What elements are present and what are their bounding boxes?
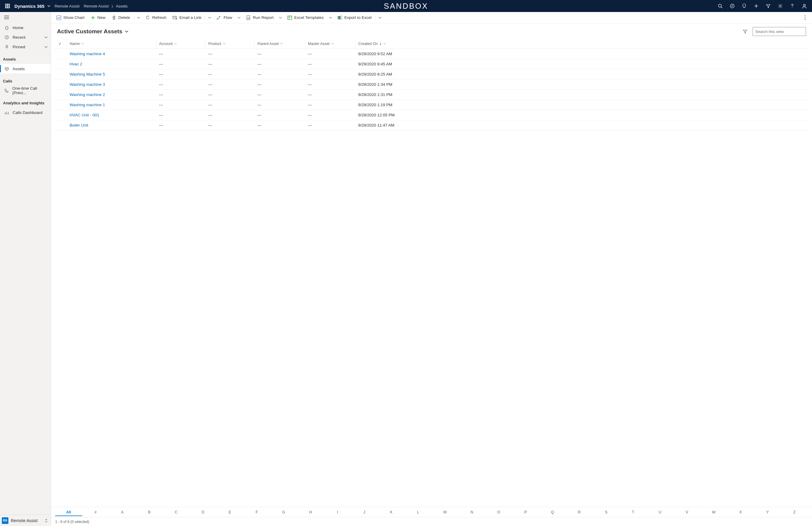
cell-name[interactable]: Washing Machine 5 xyxy=(67,69,156,79)
alpha-filter-g[interactable]: G xyxy=(270,510,297,514)
column-header-product[interactable]: Product xyxy=(205,39,255,48)
alpha-filter-n[interactable]: N xyxy=(458,510,485,514)
show-chart-button[interactable]: Show Chart xyxy=(53,12,88,24)
new-button[interactable]: New xyxy=(88,12,108,24)
alpha-filter-i[interactable]: I xyxy=(324,510,351,514)
alpha-filter-s[interactable]: S xyxy=(593,510,620,514)
filter-button[interactable] xyxy=(741,27,750,36)
app-area-name[interactable]: Remote Assist xyxy=(55,4,79,9)
row-selector[interactable] xyxy=(53,79,67,89)
alpha-filter-q[interactable]: Q xyxy=(539,510,566,514)
alpha-filter-h[interactable]: H xyxy=(297,510,324,514)
select-all-header[interactable]: ✓ xyxy=(53,39,67,48)
app-name-dropdown[interactable]: Dynamics 365 xyxy=(14,4,50,9)
excel-templates-button[interactable]: Excel Templates xyxy=(284,12,327,24)
export-excel-button[interactable]: Export to Excel xyxy=(334,12,375,24)
search-icon[interactable] xyxy=(714,0,726,12)
profile-icon[interactable] xyxy=(798,0,810,12)
breadcrumb-item[interactable]: Assets xyxy=(116,4,128,9)
table-row[interactable]: Boiler Unit------------9/28/2020 11:47 A… xyxy=(53,120,810,130)
table-row[interactable]: Washing machine 3------------9/28/2020 1… xyxy=(53,79,810,89)
table-row[interactable]: Washing machine 2------------9/28/2020 1… xyxy=(53,89,810,100)
alpha-filter-e[interactable]: E xyxy=(217,510,244,514)
row-selector[interactable] xyxy=(53,89,67,100)
alpha-filter-f[interactable]: F xyxy=(243,510,270,514)
alpha-filter-m[interactable]: M xyxy=(432,510,459,514)
alpha-filter-z[interactable]: Z xyxy=(781,510,808,514)
table-row[interactable]: HVAC Unit - 001------------9/28/2020 12:… xyxy=(53,110,810,120)
sidebar-area-switcher[interactable]: RA Remote Assist xyxy=(0,515,51,526)
run-report-button[interactable]: Run Report xyxy=(243,12,277,24)
refresh-button[interactable]: Refresh xyxy=(143,12,170,24)
row-selector[interactable] xyxy=(53,48,67,59)
column-header-name[interactable]: Name xyxy=(67,39,156,48)
table-row[interactable]: Washing Machine 5------------9/29/2020 8… xyxy=(53,69,810,79)
alpha-filter-j[interactable]: J xyxy=(351,510,378,514)
flow-button[interactable]: Flow xyxy=(214,12,235,24)
lightbulb-icon[interactable] xyxy=(738,0,750,12)
report-dropdown[interactable] xyxy=(277,12,284,24)
alpha-filter-d[interactable]: D xyxy=(190,510,217,514)
cell-name[interactable]: Boiler Unit xyxy=(67,120,156,130)
cell-name[interactable]: Washing machine 4 xyxy=(67,48,156,59)
cell-name[interactable]: Washing machine 1 xyxy=(67,100,156,110)
task-icon[interactable] xyxy=(726,0,738,12)
row-selector[interactable] xyxy=(53,110,67,120)
sidebar-item[interactable]: Calls Dashboard xyxy=(0,108,51,117)
help-icon[interactable] xyxy=(786,0,798,12)
table-row[interactable]: Washing machine 4------------9/29/2020 9… xyxy=(53,48,810,59)
breadcrumb-item[interactable]: Remote Assist xyxy=(84,4,108,9)
excel-templates-dropdown[interactable] xyxy=(327,12,334,24)
sidebar-toggle-button[interactable] xyxy=(0,12,51,23)
email-dropdown[interactable] xyxy=(206,12,214,24)
alpha-filter-o[interactable]: O xyxy=(485,510,512,514)
cell-name[interactable]: HVAC Unit - 001 xyxy=(67,110,156,120)
alpha-filter-l[interactable]: L xyxy=(405,510,432,514)
row-selector[interactable] xyxy=(53,59,67,69)
sidebar-item[interactable]: Assets xyxy=(0,64,51,73)
row-selector[interactable] xyxy=(53,69,67,79)
delete-dropdown[interactable] xyxy=(135,12,143,24)
column-header-created-on[interactable]: Created On xyxy=(355,39,810,48)
search-box[interactable] xyxy=(753,27,806,36)
alpha-filter-y[interactable]: Y xyxy=(754,510,781,514)
cell-name[interactable]: Washing machine 3 xyxy=(67,79,156,89)
alpha-filter-r[interactable]: R xyxy=(566,510,593,514)
alpha-filter-#[interactable]: # xyxy=(82,510,109,514)
alpha-filter-u[interactable]: U xyxy=(647,510,673,514)
delete-button[interactable]: Delete xyxy=(108,12,133,24)
column-header-account[interactable]: Account xyxy=(156,39,205,48)
filter-icon[interactable] xyxy=(762,0,774,12)
view-selector[interactable]: Active Customer Assets xyxy=(57,28,128,35)
sidebar-item[interactable]: One-time Call (Previ... xyxy=(0,86,51,96)
row-selector[interactable] xyxy=(53,120,67,130)
sidebar-item-pinned[interactable]: Pinned xyxy=(0,42,51,52)
table-row[interactable]: Hvac 2------------9/29/2020 9:45 AM xyxy=(53,59,810,69)
table-row[interactable]: Washing machine 1------------9/28/2020 1… xyxy=(53,100,810,110)
sidebar-item-recent[interactable]: Recent xyxy=(0,32,51,42)
alpha-filter-a[interactable]: A xyxy=(109,510,136,514)
alpha-filter-w[interactable]: W xyxy=(700,510,727,514)
cell-name[interactable]: Washing machine 2 xyxy=(67,89,156,100)
add-icon[interactable] xyxy=(750,0,762,12)
alpha-filter-p[interactable]: P xyxy=(512,510,539,514)
search-input[interactable] xyxy=(755,29,806,34)
row-selector[interactable] xyxy=(53,100,67,110)
gear-icon[interactable] xyxy=(774,0,786,12)
app-launcher-button[interactable] xyxy=(2,0,13,12)
alpha-filter-v[interactable]: V xyxy=(673,510,700,514)
alpha-filter-t[interactable]: T xyxy=(620,510,647,514)
email-link-button[interactable]: Email a Link xyxy=(170,12,205,24)
alpha-filter-b[interactable]: B xyxy=(136,510,163,514)
flow-dropdown[interactable] xyxy=(235,12,243,24)
cell-name[interactable]: Hvac 2 xyxy=(67,59,156,69)
alpha-filter-all[interactable]: All xyxy=(55,510,82,516)
sidebar-item-home[interactable]: Home xyxy=(0,23,51,32)
export-dropdown[interactable] xyxy=(376,12,384,24)
command-overflow-button[interactable] xyxy=(801,12,810,24)
alpha-filter-k[interactable]: K xyxy=(378,510,405,514)
column-header-master-asset[interactable]: Master Asset xyxy=(305,39,355,48)
alpha-filter-x[interactable]: X xyxy=(727,510,754,514)
column-header-parent-asset[interactable]: Parent Asset xyxy=(255,39,305,48)
alpha-filter-c[interactable]: C xyxy=(163,510,190,514)
